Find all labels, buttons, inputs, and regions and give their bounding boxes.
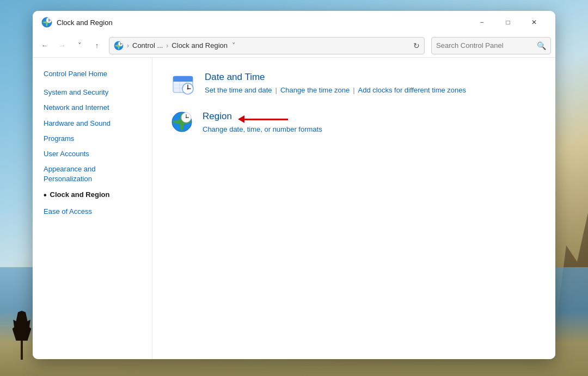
refresh-button[interactable]: ↻ <box>413 41 420 50</box>
maximize-button[interactable]: □ <box>495 14 520 30</box>
search-bar[interactable]: 🔍 <box>431 37 551 54</box>
active-bullet: • <box>44 189 47 201</box>
region-category: Region Change date, time, or number form… <box>170 110 538 134</box>
arrow-annotation <box>238 115 288 123</box>
region-icon <box>170 110 194 134</box>
forward-button[interactable]: → <box>54 38 70 53</box>
search-icon[interactable]: 🔍 <box>537 41 546 50</box>
separator-1: | <box>275 86 277 94</box>
address-separator: › <box>127 42 129 50</box>
date-and-time-category: Date and Time Set the time and date | Ch… <box>170 71 538 97</box>
sidebar-item-network-and-internet[interactable]: Network and Internet <box>33 100 152 115</box>
window-controls: − □ ✕ <box>469 14 547 30</box>
separator-2: | <box>353 86 354 94</box>
sidebar: Control Panel Home System and Security N… <box>33 58 152 359</box>
sidebar-item-clock-and-region[interactable]: • Clock and Region <box>33 187 152 204</box>
search-input[interactable] <box>436 41 534 50</box>
titlebar: Clock and Region − □ ✕ <box>33 11 555 34</box>
window-icon <box>41 17 52 28</box>
sidebar-item-user-accounts[interactable]: User Accounts <box>33 146 152 162</box>
sidebar-item-programs[interactable]: Programs <box>33 131 152 146</box>
desktop-tree <box>11 316 33 360</box>
address-bar[interactable]: › Control ... › Clock and Region ˅ ↻ <box>109 37 425 54</box>
up-button[interactable]: ↑ <box>89 38 105 53</box>
navigation-bar: ← → ˅ ↑ › Control ... › Clock and Region… <box>33 34 555 58</box>
region-details: Region Change date, time, or number form… <box>203 110 538 133</box>
main-panel: Date and Time Set the time and date | Ch… <box>152 58 555 359</box>
set-time-link[interactable]: Set the time and date <box>205 86 272 94</box>
dropdown-recent-button[interactable]: ˅ <box>72 38 87 53</box>
add-clocks-link[interactable]: Add clocks for different time zones <box>358 86 466 94</box>
date-and-time-details: Date and Time Set the time and date | Ch… <box>205 71 538 94</box>
address-bar-icon <box>114 41 124 51</box>
control-panel-window: Clock and Region − □ ✕ ← → ˅ ↑ › Control… <box>33 11 555 359</box>
sidebar-item-ease-of-access[interactable]: Ease of Access <box>33 204 152 219</box>
arrow-head <box>238 115 244 123</box>
back-button[interactable]: ← <box>37 38 52 53</box>
change-timezone-link[interactable]: Change the time zone <box>280 86 350 94</box>
date-and-time-icon <box>170 71 196 97</box>
sidebar-item-control-panel-home[interactable]: Control Panel Home <box>33 66 152 82</box>
address-part1: Control ... <box>132 41 163 50</box>
window-title: Clock and Region <box>57 19 469 27</box>
close-button[interactable]: ✕ <box>522 14 547 30</box>
address-sep2: › <box>166 42 168 50</box>
region-links: Change date, time, or number formats <box>203 125 538 133</box>
arrow-line <box>244 119 288 120</box>
minimize-button[interactable]: − <box>469 14 494 30</box>
svg-rect-12 <box>173 81 193 82</box>
address-part2: Clock and Region <box>171 41 228 50</box>
date-and-time-links: Set the time and date | Change the time … <box>205 86 538 94</box>
sidebar-item-hardware-and-sound[interactable]: Hardware and Sound <box>33 116 152 131</box>
address-dropdown-icon[interactable]: ˅ <box>232 41 236 50</box>
date-and-time-title[interactable]: Date and Time <box>205 72 538 83</box>
content-area: Control Panel Home System and Security N… <box>33 58 555 359</box>
sidebar-item-system-and-security[interactable]: System and Security <box>33 85 152 100</box>
change-formats-link[interactable]: Change date, time, or number formats <box>203 125 322 133</box>
region-title[interactable]: Region <box>203 111 232 122</box>
sidebar-item-appearance-and-personalization[interactable]: Appearance and Personalization <box>33 162 152 187</box>
